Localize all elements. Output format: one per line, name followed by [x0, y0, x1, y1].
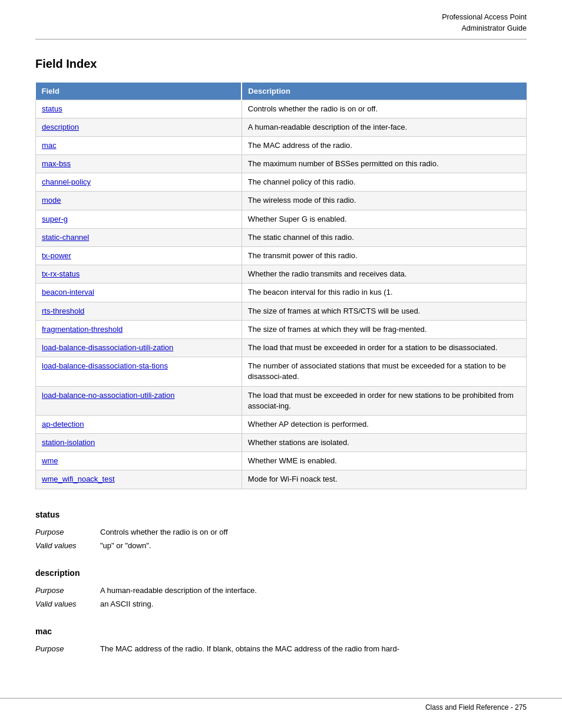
header-line1: Professional Access Point: [442, 13, 527, 21]
field-link[interactable]: wme: [42, 456, 58, 465]
field-link[interactable]: wme_wifi_noack_test: [42, 475, 115, 483]
section-title-status: status: [35, 510, 527, 519]
field-description: The transmit power of this radio.: [242, 247, 526, 265]
section-body-description: PurposeA human-readable description of t…: [35, 585, 527, 610]
field-description: The load that must be exceeded in order …: [242, 386, 526, 415]
field-description: The wireless mode of this radio.: [242, 192, 526, 210]
table-row: ap-detectionWhether AP detection is perf…: [36, 415, 527, 433]
section-value: "up" or "down".: [100, 540, 527, 552]
section-title-mac: mac: [35, 627, 527, 636]
page-header: Professional Access Point Administrator …: [35, 12, 527, 39]
table-row: tx-rx-statusWhether the radio transmits …: [36, 265, 527, 284]
field-description: The MAC address of the radio.: [242, 136, 526, 154]
field-description: Whether Super G is enabled.: [242, 210, 526, 228]
field-link[interactable]: super-g: [42, 215, 68, 223]
section-description: descriptionPurposeA human-readable descr…: [35, 568, 527, 610]
field-description: Whether stations are isolated.: [242, 434, 526, 452]
section-value: The MAC address of the radio. If blank, …: [100, 643, 527, 655]
footer-text: Class and Field Reference - 275: [425, 703, 527, 711]
field-link[interactable]: load-balance-disassociation-sta-tions: [42, 361, 168, 370]
table-row: static-channelThe static channel of this…: [36, 228, 527, 246]
field-description: Whether the radio transmits and receives…: [242, 265, 526, 284]
table-row: station-isolationWhether stations are is…: [36, 434, 527, 452]
field-link[interactable]: description: [42, 123, 79, 131]
section-value: an ASCII string.: [100, 598, 527, 610]
field-description: Mode for Wi-Fi noack test.: [242, 470, 526, 489]
table-row: channel-policyThe channel policy of this…: [36, 173, 527, 192]
table-row: descriptionA human-readable description …: [36, 118, 527, 136]
section-body-mac: PurposeThe MAC address of the radio. If …: [35, 643, 527, 655]
header-line2: Administrator Guide: [462, 24, 527, 32]
field-description: The maximum number of BSSes permitted on…: [242, 155, 526, 173]
section-label: Valid values: [35, 598, 100, 610]
page-footer: Class and Field Reference - 275: [0, 698, 562, 716]
field-index-table: Field Description statusControls whether…: [35, 83, 527, 489]
field-description: Whether WME is enabled.: [242, 452, 526, 470]
section-title-description: description: [35, 568, 527, 578]
section-body-status: PurposeControls whether the radio is on …: [35, 526, 527, 552]
table-row: load-balance-no-association-utili-zation…: [36, 386, 527, 415]
section-label: Valid values: [35, 540, 100, 552]
page-title: Field Index: [35, 57, 527, 71]
header-title: Professional Access Point Administrator …: [442, 12, 527, 34]
table-row: macThe MAC address of the radio.: [36, 136, 527, 154]
field-description: Whether AP detection is performed.: [242, 415, 526, 433]
field-description: The channel policy of this radio.: [242, 173, 526, 192]
field-description: The size of frames at which they will be…: [242, 320, 526, 338]
field-description: Controls whether the radio is on or off.: [242, 100, 526, 118]
section-value: A human-readable description of the inte…: [100, 585, 527, 597]
section-label: Purpose: [35, 585, 100, 597]
section-label: Purpose: [35, 526, 100, 538]
col-header-field: Field: [36, 83, 242, 100]
field-description: The size of frames at which RTS/CTS will…: [242, 302, 526, 320]
field-link[interactable]: beacon-interval: [42, 288, 94, 297]
table-row: super-gWhether Super G is enabled.: [36, 210, 527, 228]
table-row: load-balance-disassociation-utili-zation…: [36, 338, 527, 357]
table-row: tx-powerThe transmit power of this radio…: [36, 247, 527, 265]
field-link[interactable]: rts-threshold: [42, 307, 84, 315]
table-row: beacon-intervalThe beacon interval for t…: [36, 284, 527, 302]
field-link[interactable]: mode: [42, 196, 61, 205]
field-link[interactable]: tx-rx-status: [42, 269, 80, 278]
table-row: load-balance-disassociation-sta-tionsThe…: [36, 357, 527, 386]
table-row: wmeWhether WME is enabled.: [36, 452, 527, 470]
field-description: The load that must be exceeded in order …: [242, 338, 526, 357]
section-mac: macPurposeThe MAC address of the radio. …: [35, 627, 527, 655]
table-row: wme_wifi_noack_testMode for Wi-Fi noack …: [36, 470, 527, 489]
field-link[interactable]: static-channel: [42, 233, 89, 242]
field-link[interactable]: status: [42, 104, 62, 113]
field-link[interactable]: fragmentation-threshold: [42, 325, 123, 334]
col-header-description: Description: [242, 83, 526, 100]
field-description: The beacon interval for this radio in ku…: [242, 284, 526, 302]
field-description: A human-readable description of the inte…: [242, 118, 526, 136]
section-label: Purpose: [35, 643, 100, 655]
table-row: statusControls whether the radio is on o…: [36, 100, 527, 118]
table-row: modeThe wireless mode of this radio.: [36, 192, 527, 210]
section-value: Controls whether the radio is on or off: [100, 526, 527, 538]
section-status: statusPurposeControls whether the radio …: [35, 510, 527, 552]
field-link[interactable]: ap-detection: [42, 420, 84, 429]
field-link[interactable]: max-bss: [42, 159, 71, 168]
table-row: rts-thresholdThe size of frames at which…: [36, 302, 527, 320]
field-link[interactable]: load-balance-disassociation-utili-zation: [42, 343, 173, 352]
field-link[interactable]: mac: [42, 141, 57, 150]
table-row: fragmentation-thresholdThe size of frame…: [36, 320, 527, 338]
field-link[interactable]: station-isolation: [42, 438, 95, 447]
field-description: The number of associated stations that m…: [242, 357, 526, 386]
field-link[interactable]: tx-power: [42, 251, 71, 260]
field-link[interactable]: load-balance-no-association-utili-zation: [42, 391, 174, 400]
page-container: Professional Access Point Administrator …: [0, 0, 562, 728]
field-description: The static channel of this radio.: [242, 228, 526, 246]
field-link[interactable]: channel-policy: [42, 177, 91, 186]
table-row: max-bssThe maximum number of BSSes permi…: [36, 155, 527, 173]
